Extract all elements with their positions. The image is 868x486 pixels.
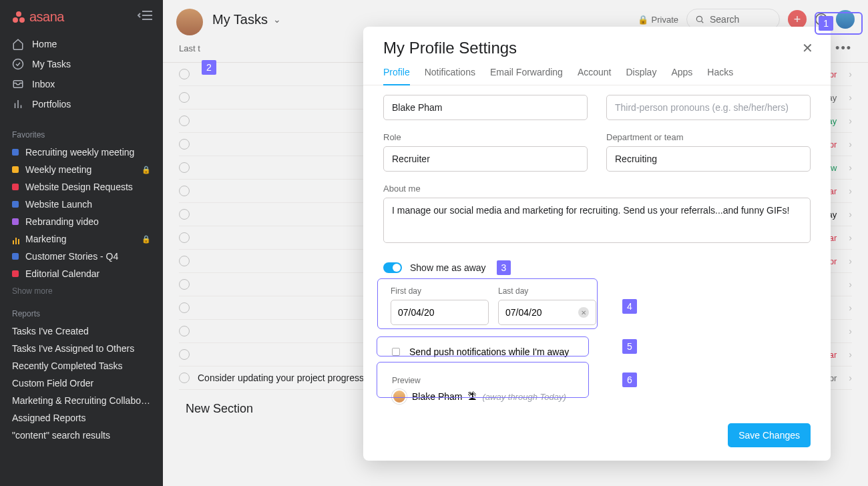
favorite-label: Recruiting weekly meeting (25, 147, 134, 158)
portfolios-icon (12, 98, 24, 110)
push-checkbox[interactable] (392, 348, 400, 356)
sidebar-item-favorite[interactable]: Marketing🔒 (0, 230, 163, 248)
role-label: Role (383, 132, 588, 142)
modal-title: My Profile Settings (383, 39, 517, 57)
annotation-3: 3 (497, 260, 511, 275)
sidebar-item-report[interactable]: Custom Field Order (0, 375, 163, 392)
sidebar-item-favorite[interactable]: Recruiting weekly meeting (0, 144, 163, 161)
tab-display[interactable]: Display (626, 67, 656, 85)
favorite-label: Customer Stories - Q4 (25, 251, 118, 262)
nav-home[interactable]: Home (0, 34, 163, 54)
home-icon (12, 38, 24, 50)
tab-hacks[interactable]: Hacks (707, 67, 733, 85)
svg-point-1 (13, 17, 18, 23)
vacation-icon: 🏝 (467, 391, 477, 402)
annotation-4: 4 (622, 299, 637, 314)
project-color-icon (12, 270, 19, 277)
sidebar-item-report[interactable]: Assigned Reports (0, 409, 163, 427)
nav-home-label: Home (32, 39, 57, 49)
close-icon[interactable]: ✕ (802, 40, 813, 56)
logo[interactable]: asana (12, 9, 64, 25)
reports-label: Reports (0, 300, 163, 322)
nav-my-tasks[interactable]: My Tasks (0, 54, 163, 74)
sidebar: asana Home My Tasks Inbox Portfolios Fav… (0, 0, 163, 486)
sidebar-item-favorite[interactable]: Customer Stories - Q4 (0, 248, 163, 265)
project-color-icon (12, 253, 19, 260)
inbox-icon (12, 78, 24, 90)
push-notifications-row: Send push notifications while I'm away (383, 339, 596, 364)
sidebar-item-report[interactable]: Recently Completed Tasks (0, 357, 163, 375)
last-day-input[interactable]: 07/04/20 ✕ (498, 300, 596, 325)
clear-icon[interactable]: ✕ (578, 307, 589, 318)
name-field[interactable] (383, 95, 588, 120)
svg-rect-13 (18, 239, 19, 244)
last-day-label: Last day (498, 286, 596, 296)
away-preview: Preview Blake Pham 🏝 (away through Today… (383, 370, 596, 411)
tab-notifications[interactable]: Notifications (425, 67, 475, 85)
sidebar-item-favorite[interactable]: Rebranding video (0, 213, 163, 230)
sidebar-item-report[interactable]: Tasks I've Created (0, 322, 163, 340)
nav-portfolios[interactable]: Portfolios (0, 94, 163, 114)
about-field[interactable] (383, 198, 811, 243)
tab-account[interactable]: Account (578, 67, 612, 85)
nav-my-tasks-label: My Tasks (32, 59, 71, 69)
modal-tabs: ProfileNotificationsEmail ForwardingAcco… (363, 60, 831, 85)
project-color-icon (12, 166, 19, 173)
check-circle-icon (12, 58, 24, 70)
svg-point-2 (19, 17, 25, 23)
logo-text: asana (29, 9, 64, 25)
favorite-label: Website Launch (25, 199, 92, 210)
away-toggle[interactable] (383, 262, 402, 273)
nav-inbox[interactable]: Inbox (0, 74, 163, 94)
role-field[interactable] (383, 146, 588, 172)
tab-profile[interactable]: Profile (383, 67, 410, 85)
sidebar-item-favorite[interactable]: Website Design Requests (0, 178, 163, 196)
sidebar-item-favorite[interactable]: Editorial Calendar (0, 265, 163, 282)
preview-away-text: (away through Today) (482, 392, 566, 402)
favorite-label: Website Design Requests (25, 182, 133, 192)
project-color-icon (12, 218, 19, 225)
project-color-icon (12, 201, 19, 208)
profile-settings-modal: My Profile Settings ✕ ProfileNotificatio… (363, 27, 831, 461)
sidebar-item-report[interactable]: Tasks I've Assigned to Others (0, 340, 163, 357)
first-day-value: 07/04/20 (398, 307, 435, 318)
favorite-label: Marketing (25, 234, 66, 244)
favorite-label: Editorial Calendar (25, 268, 99, 279)
dept-label: Department or team (606, 132, 811, 142)
lock-icon: 🔒 (142, 235, 151, 244)
sidebar-item-report[interactable]: "content" search results (0, 427, 163, 444)
preview-label: Preview (392, 376, 587, 385)
annotation-5: 5 (622, 339, 637, 354)
lock-icon: 🔒 (142, 166, 151, 174)
preview-name: Blake Pham (412, 391, 462, 402)
show-more[interactable]: Show more (0, 282, 163, 300)
collapse-sidebar-icon[interactable] (138, 10, 152, 24)
sidebar-item-report[interactable]: Marketing & Recruiting Collabo… (0, 392, 163, 409)
first-day-input[interactable]: 07/04/20 (391, 300, 489, 325)
svg-point-0 (16, 11, 21, 17)
nav-inbox-label: Inbox (32, 79, 55, 89)
nav-portfolios-label: Portfolios (32, 99, 71, 109)
last-day-value: 07/04/20 (505, 307, 542, 318)
sidebar-item-favorite[interactable]: Website Launch (0, 196, 163, 213)
about-label: About me (383, 184, 811, 194)
save-button[interactable]: Save Changes (728, 423, 811, 447)
favorites-label: Favorites (0, 121, 163, 144)
preview-avatar (392, 389, 407, 404)
dept-field[interactable] (606, 146, 811, 172)
tab-email-forwarding[interactable]: Email Forwarding (490, 67, 563, 85)
favorite-label: Rebranding video (25, 216, 99, 227)
pronouns-field[interactable] (606, 95, 811, 120)
away-dates: First day 07/04/20 Last day 07/04/20 ✕ (383, 279, 604, 334)
project-color-icon (12, 149, 19, 156)
asana-logo-icon (12, 11, 25, 24)
sidebar-item-favorite[interactable]: Weekly meeting🔒 (0, 161, 163, 178)
project-color-icon (12, 236, 19, 242)
favorite-label: Weekly meeting (25, 164, 91, 175)
tab-apps[interactable]: Apps (671, 67, 692, 85)
annotation-6: 6 (622, 373, 637, 387)
annotation-1: 1 (819, 16, 833, 31)
main: My Tasks ⌄ 🔒 Private Search + Last t Inc… (163, 0, 868, 486)
away-label: Show me as away (410, 262, 486, 273)
push-label: Send push notifications while I'm away (409, 346, 569, 357)
